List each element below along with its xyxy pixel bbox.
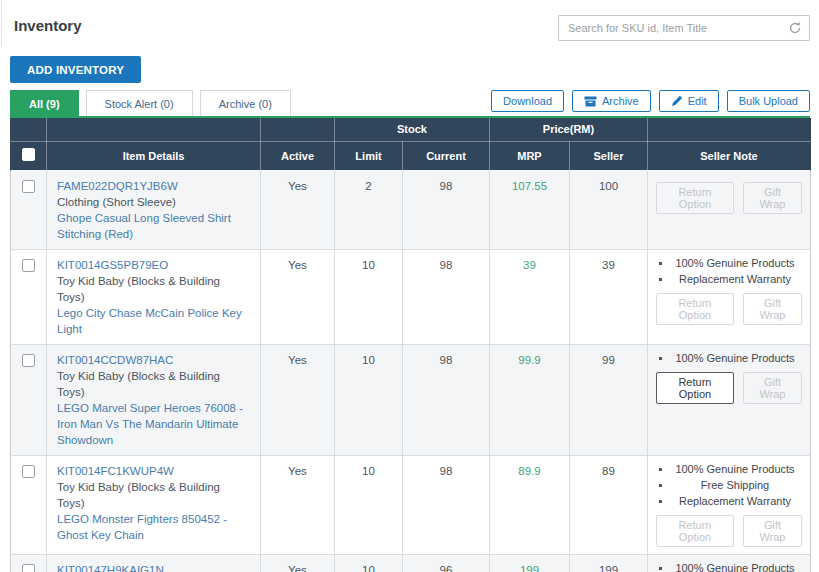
row-checkbox[interactable] — [22, 564, 35, 572]
column-header-row: Item Details Active Limit Current MRP Se… — [11, 141, 811, 170]
item-category: Toy Kid Baby (Blocks & Building Toys) — [57, 368, 250, 400]
item-details-cell: KIT0014CCDW87HACToy Kid Baby (Blocks & B… — [47, 344, 261, 455]
item-active: Yes — [261, 344, 335, 455]
price-seller: 39 — [570, 249, 648, 344]
sku-link[interactable]: KIT0014CCDW87HAC — [57, 352, 250, 368]
item-active: Yes — [261, 249, 335, 344]
bulk-upload-button-label: Bulk Upload — [739, 95, 798, 107]
seller-note-item: Replacement Warranty — [656, 271, 802, 287]
col-current: Current — [403, 141, 490, 170]
col-seller: Seller — [570, 141, 648, 170]
col-seller-note: Seller Note — [648, 141, 811, 170]
download-button[interactable]: Download — [491, 90, 564, 112]
seller-note-item: 100% Genuine Products — [656, 560, 802, 572]
stock-current: 98 — [403, 170, 490, 249]
item-title-link[interactable]: LEGO Marvel Super Heroes 76008 - Iron Ma… — [57, 400, 250, 448]
table-actions: Download Archive Edit — [491, 90, 810, 116]
tab-archive[interactable]: Archive (0) — [200, 90, 291, 116]
group-header-empty — [261, 118, 335, 141]
group-header-stock: Stock — [335, 118, 490, 141]
group-header-empty — [648, 118, 811, 141]
gift-wrap-button: Gift Wrap — [743, 293, 802, 325]
tab-all[interactable]: All (9) — [10, 90, 79, 116]
price-mrp: 107.55 — [490, 170, 570, 249]
stock-limit: 10 — [335, 249, 403, 344]
note-buttons: Return OptionGift Wrap — [656, 182, 802, 214]
refresh-icon[interactable] — [787, 20, 803, 36]
sku-link[interactable]: KIT0014FC1KWUP4W — [57, 463, 250, 479]
price-mrp: 39 — [490, 249, 570, 344]
col-item-details: Item Details — [47, 141, 261, 170]
stock-current: 96 — [403, 554, 490, 572]
seller-note-cell: 100% Genuine ProductsFree ShippingReturn… — [648, 554, 811, 572]
seller-note-item: 100% Genuine Products — [656, 350, 802, 366]
bulk-upload-button[interactable]: Bulk Upload — [727, 90, 810, 112]
stock-current: 98 — [403, 249, 490, 344]
search-input[interactable] — [558, 15, 810, 41]
table-row: KIT0014FC1KWUP4WToy Kid Baby (Blocks & B… — [11, 455, 811, 554]
page-edge-line — [1, 0, 2, 46]
stock-limit: 10 — [335, 554, 403, 572]
item-details-cell: KIT0014GS5PB79EOToy Kid Baby (Blocks & B… — [47, 249, 261, 344]
price-seller: 100 — [570, 170, 648, 249]
page-header: Inventory — [10, 0, 810, 41]
price-seller: 199 — [570, 554, 648, 572]
seller-note-cell: Return OptionGift Wrap — [648, 170, 811, 249]
tab-stock-alert[interactable]: Stock Alert (0) — [86, 90, 193, 116]
stock-current: 98 — [403, 455, 490, 554]
row-checkbox[interactable] — [22, 180, 35, 193]
tabs-bar: All (9) Stock Alert (0) Archive (0) Down… — [10, 90, 810, 118]
stock-current: 98 — [403, 344, 490, 455]
pencil-icon — [671, 95, 683, 107]
table-header: Stock Price(RM) Item Details Active Limi… — [11, 118, 811, 170]
download-button-label: Download — [503, 95, 552, 107]
inventory-page: Inventory ADD INVENTORY All (9) Stock Al… — [0, 0, 819, 572]
seller-note-cell: 100% Genuine ProductsFree ShippingReplac… — [648, 455, 811, 554]
seller-note-cell: 100% Genuine ProductsReturn OptionGift W… — [648, 344, 811, 455]
seller-note-list: 100% Genuine ProductsFree ShippingReplac… — [656, 461, 802, 509]
sku-link[interactable]: KIT00147H9KAIG1N — [57, 562, 250, 572]
item-title-link[interactable]: LEGO Monster Fighters 850452 - Ghost Key… — [57, 511, 250, 543]
stock-limit: 2 — [335, 170, 403, 249]
return-option-button: Return Option — [656, 182, 734, 214]
seller-note-list: 100% Genuine Products — [656, 350, 802, 366]
gift-wrap-button: Gift Wrap — [743, 515, 802, 547]
gift-wrap-button: Gift Wrap — [743, 182, 802, 214]
return-option-button: Return Option — [656, 515, 734, 547]
item-active: Yes — [261, 554, 335, 572]
archive-button-label: Archive — [602, 95, 639, 107]
sku-link[interactable]: KIT0014GS5PB79EO — [57, 257, 250, 273]
group-header-price: Price(RM) — [490, 118, 648, 141]
seller-note-item: Free Shipping — [656, 477, 802, 493]
note-buttons: Return OptionGift Wrap — [656, 293, 802, 325]
item-title-link[interactable]: Lego City Chase McCain Police Key Light — [57, 305, 250, 337]
archive-button[interactable]: Archive — [572, 90, 651, 112]
note-buttons: Return OptionGift Wrap — [656, 372, 802, 404]
col-limit: Limit — [335, 141, 403, 170]
table-row: KIT0014GS5PB79EOToy Kid Baby (Blocks & B… — [11, 249, 811, 344]
select-all-checkbox[interactable] — [22, 148, 35, 161]
row-checkbox[interactable] — [22, 354, 35, 367]
page-title: Inventory — [10, 0, 82, 34]
return-option-button: Return Option — [656, 293, 734, 325]
row-select-cell — [11, 455, 47, 554]
group-header-row: Stock Price(RM) — [11, 118, 811, 141]
price-seller: 89 — [570, 455, 648, 554]
add-inventory-button[interactable]: ADD INVENTORY — [10, 56, 141, 83]
edit-button[interactable]: Edit — [659, 90, 719, 112]
table-row: FAME022DQR1YJB6WClothing (Short Sleeve)G… — [11, 170, 811, 249]
row-select-cell — [11, 170, 47, 249]
item-details-cell: KIT00147H9KAIG1NToy Kid Baby (Blocks & B… — [47, 554, 261, 572]
row-select-cell — [11, 344, 47, 455]
row-checkbox[interactable] — [22, 259, 35, 272]
stock-limit: 10 — [335, 344, 403, 455]
stock-limit: 10 — [335, 455, 403, 554]
item-details-cell: KIT0014FC1KWUP4WToy Kid Baby (Blocks & B… — [47, 455, 261, 554]
item-title-link[interactable]: Ghope Casual Long Sleeved Shirt Stitchin… — [57, 210, 250, 242]
return-option-button[interactable]: Return Option — [656, 372, 734, 404]
row-select-cell — [11, 554, 47, 572]
row-checkbox[interactable] — [22, 465, 35, 478]
item-active: Yes — [261, 455, 335, 554]
sku-link[interactable]: FAME022DQR1YJB6W — [57, 178, 250, 194]
item-category: Toy Kid Baby (Blocks & Building Toys) — [57, 273, 250, 305]
